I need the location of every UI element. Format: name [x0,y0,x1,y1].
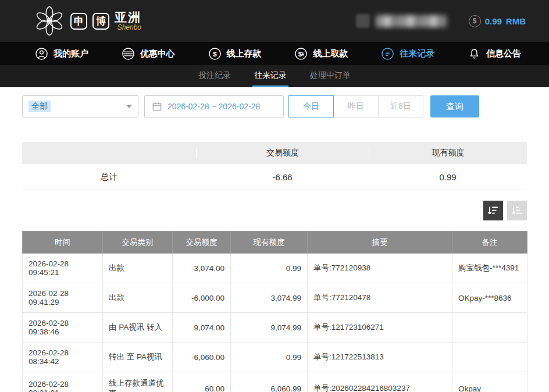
cell-amount: 9,074.00 [173,313,231,343]
nav-label: 我的账户 [54,48,88,59]
logo-char-bo: 博 [92,13,109,30]
dollar-icon: $ [469,15,481,27]
cell-summary: 单号:202602284216803237 [308,372,452,392]
col-header-amount: 交易额度 [173,231,231,254]
cell-time: 2026-02-28 09:38:46 [23,313,103,343]
nav-label: 线上取款 [313,48,348,59]
cell-summary: 单号:121722513813 [308,343,452,372]
balance-currency: RMB [506,16,526,26]
cell-note: 购宝钱包-***4391 [452,254,527,283]
tab-transaction-records[interactable]: 往来记录 [252,65,288,87]
quick-today-button[interactable]: 今日 [288,95,334,117]
user-area: $ 0.99 RMB [356,14,526,28]
records-header-row: 时间 交易类别 交易额度 现有额度 摘要 备注 [23,231,527,254]
nav-label: 优惠中心 [140,48,175,59]
flower-logo-icon [34,5,65,37]
cell-balance: 6,060.99 [231,372,308,392]
cell-amount: 60.00 [173,372,231,392]
cell-time: 2026-02-28 08:31:01 [23,372,103,392]
summary-total-label: 总计 [22,172,196,183]
date-range-picker[interactable]: 2026-02-28 ~ 2026-02-28 [144,95,284,117]
sort-ascending-icon [511,204,523,217]
nav-label: 线上存款 [227,48,262,59]
col-header-note: 备注 [452,231,527,254]
cell-summary: 单号:121723106271 [308,313,452,343]
summary-total-transaction: -6.66 [196,172,369,182]
promo-icon [122,47,135,60]
nav-item-deposit[interactable]: $ 线上存款 [208,47,262,60]
cell-balance: 0.99 [231,343,308,372]
cell-note [452,343,527,372]
cell-type: 出款 [103,254,173,283]
summary-header-balance: 现有额度 [369,148,527,158]
sort-ascending-button[interactable] [507,201,527,220]
filter-bar: 全部 2026-02-28 ~ 2026-02-28 今日 昨日 近8日 查询 [22,95,527,117]
records-icon [381,47,394,60]
sub-nav: 投注纪录 往来记录 处理中订单 [0,65,549,87]
nav-item-announcements[interactable]: 信息公告 [468,47,521,60]
cell-note: OKpay-***8636 [452,283,527,313]
logo-region: 亚洲 [115,11,141,24]
quick-last8days-button[interactable]: 近8日 [378,95,423,117]
sort-descending-button[interactable] [483,201,503,220]
cell-summary: 单号:772120478 [308,283,452,313]
summary-total-balance: 0.99 [369,172,527,182]
logo-char-shen: 申 [70,13,87,30]
cell-amount: -6,060.00 [173,343,231,372]
cell-amount: -3,074.00 [173,254,231,283]
type-select-value: 全部 [28,101,51,112]
nav-item-promotions[interactable]: 优惠中心 [122,47,175,60]
nav-item-transaction-records[interactable]: 往来记录 [381,47,434,60]
cell-summary: 单号:772120938 [308,254,452,283]
records-table: 时间 交易类别 交易额度 现有额度 摘要 备注 2026-02-28 09:45… [22,231,527,392]
nav-label: 往来记录 [400,48,434,59]
tab-betting-records[interactable]: 投注纪录 [197,65,233,87]
cell-amount: -6,000.00 [173,283,231,313]
table-row: 2026-02-28 09:45:21 出款 -3,074.00 0.99 单号… [23,254,527,283]
avatar [356,14,370,28]
logo-text: 亚洲 Shenbo [115,11,141,31]
search-button[interactable]: 查询 [430,95,479,117]
col-header-balance: 现有额度 [231,231,308,254]
summary-total-row: 总计 -6.66 0.99 [22,164,527,190]
tab-processing-orders[interactable]: 处理中订单 [308,65,352,87]
summary-header-row: 交易额度 现有额度 [22,142,527,164]
col-header-type: 交易类别 [103,231,173,254]
cell-note: Okpay [452,372,527,392]
cell-type: 线上存款通道优惠 [103,372,173,392]
sort-controls [22,201,527,220]
table-row: 2026-02-28 08:34:42 转出 至 PA视讯 -6,060.00 … [23,343,527,372]
bell-icon [468,47,481,60]
balance: $ 0.99 RMB [469,15,526,27]
logo-brand-sub: Shenbo [117,24,141,31]
date-range-value: 2026-02-28 ~ 2026-02-28 [167,102,260,111]
cell-note [452,313,527,343]
quick-yesterday-button[interactable]: 昨日 [333,95,379,117]
nav-item-withdraw[interactable]: $ 线上取款 [294,47,348,60]
withdraw-icon: $ [294,47,308,60]
col-header-time: 时间 [23,231,103,254]
type-select[interactable]: 全部 [22,95,138,117]
table-row: 2026-02-28 09:41:29 出款 -6,000.00 3,074.9… [23,283,527,313]
calendar-icon [152,101,162,112]
username-redacted [376,15,447,27]
table-row: 2026-02-28 08:31:01 线上存款通道优惠 60.00 6,060… [23,372,527,392]
main-nav: 我的账户 优惠中心 $ 线上存款 $ 线上取款 往来记录 信息公告 [0,42,549,65]
cell-balance: 3,074.99 [231,283,308,313]
cell-balance: 0.99 [231,254,308,283]
nav-item-my-account[interactable]: 我的账户 [35,47,88,60]
deposit-icon: $ [208,47,222,60]
sort-descending-icon [487,204,500,217]
svg-text:$: $ [298,50,302,57]
svg-text:$: $ [213,50,217,57]
col-header-summary: 摘要 [308,231,452,254]
cell-type: 由 PA视讯 转入 [103,313,173,343]
table-row: 2026-02-28 09:38:46 由 PA视讯 转入 9,074.00 9… [23,313,527,343]
site-header: 申 博 亚洲 Shenbo $ 0.99 RMB [0,0,549,42]
cell-type: 出款 [103,283,173,313]
user-icon [35,47,48,60]
site-logo[interactable]: 申 博 亚洲 Shenbo [34,5,141,37]
cell-balance: 9,074.99 [231,313,308,343]
cell-time: 2026-02-28 09:41:29 [23,283,103,313]
cell-type: 转出 至 PA视讯 [103,343,173,372]
